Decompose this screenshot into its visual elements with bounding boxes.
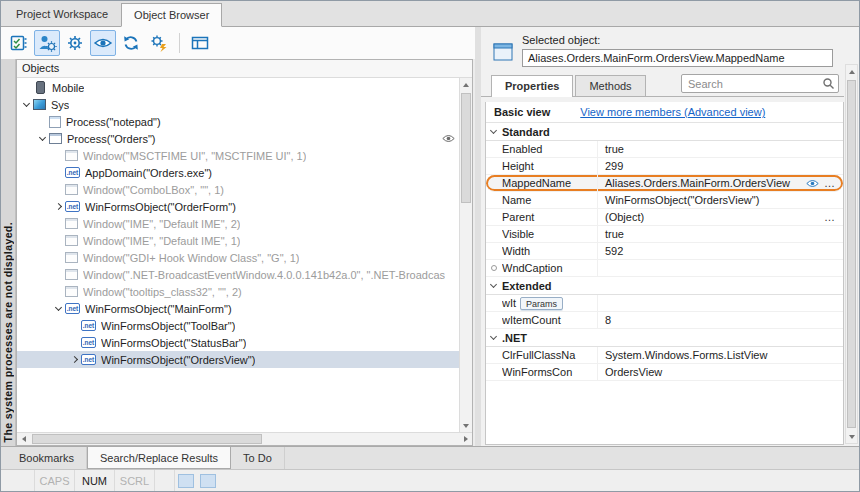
properties-scrollbar[interactable] bbox=[845, 64, 858, 444]
tree-expander[interactable] bbox=[51, 204, 65, 209]
property-value[interactable]: OrdersView bbox=[598, 366, 843, 378]
tree-expander[interactable] bbox=[19, 103, 33, 106]
property-row[interactable]: Visibletrue bbox=[486, 226, 843, 243]
gear-button[interactable] bbox=[62, 30, 88, 56]
scroll-up-arrow[interactable] bbox=[846, 65, 857, 78]
scroll-thumb[interactable] bbox=[32, 434, 262, 444]
scroll-down-arrow[interactable] bbox=[460, 419, 472, 432]
property-value[interactable]: WinFormsObject("OrdersView") bbox=[598, 194, 843, 206]
scroll-thumb[interactable] bbox=[847, 80, 856, 428]
selected-object-icon bbox=[493, 43, 513, 67]
status-cell bbox=[1, 470, 35, 491]
show-objects-button[interactable] bbox=[90, 30, 116, 56]
property-value[interactable]: true bbox=[598, 143, 843, 155]
tree-item[interactable]: Window("IME", "Default IME", 1) bbox=[17, 232, 459, 249]
property-value[interactable]: Aliases.Orders.MainForm.OrdersView bbox=[598, 177, 806, 189]
tree-item-label: WinFormsObject("OrderForm") bbox=[85, 201, 236, 213]
tab-project-workspace[interactable]: Project Workspace bbox=[3, 2, 121, 26]
tree-expander[interactable] bbox=[51, 307, 65, 310]
property-row[interactable]: MappedNameAliases.Orders.MainForm.Orders… bbox=[486, 175, 843, 192]
property-row[interactable]: Enabledtrue bbox=[486, 141, 843, 158]
property-row[interactable]: wItParams bbox=[486, 295, 843, 312]
section-header[interactable]: Extended bbox=[486, 277, 843, 295]
panels-button[interactable] bbox=[187, 30, 213, 56]
scroll-down-arrow[interactable] bbox=[846, 430, 857, 443]
tree-item[interactable]: Window("GDI+ Hook Window Class", "G", 1) bbox=[17, 249, 459, 266]
property-value[interactable]: 299 bbox=[598, 160, 843, 172]
property-row[interactable]: WndCaption bbox=[486, 260, 843, 277]
chevron-down-icon bbox=[490, 281, 497, 288]
property-value[interactable]: 8 bbox=[598, 314, 843, 326]
refresh-button[interactable] bbox=[118, 30, 144, 56]
section-name: .NET bbox=[502, 332, 527, 344]
tree-item[interactable]: Window("tooltips_class32", "", 2) bbox=[17, 283, 459, 300]
property-value[interactable]: true bbox=[598, 228, 843, 240]
tree-item[interactable]: Process("notepad") bbox=[17, 113, 459, 130]
eye-icon[interactable] bbox=[442, 134, 455, 143]
gear-run-button[interactable] bbox=[146, 30, 172, 56]
tree-item-label: Window("tooltips_class32", "", 2) bbox=[83, 286, 242, 298]
bottom-tab-to-do[interactable]: To Do bbox=[231, 447, 285, 469]
bottom-tab-search-replace-results[interactable]: Search/Replace Results bbox=[87, 447, 231, 469]
tree-expander[interactable] bbox=[35, 137, 49, 140]
property-row[interactable]: Width592 bbox=[486, 243, 843, 260]
property-row[interactable]: wItemCount8 bbox=[486, 312, 843, 329]
tree-item[interactable]: .netWinFormsObject("OrdersView") bbox=[17, 351, 459, 368]
property-row[interactable]: WinFormsConOrdersView bbox=[486, 364, 843, 381]
tree-expander[interactable] bbox=[67, 357, 81, 362]
user-gear-icon bbox=[37, 33, 57, 53]
tree-item[interactable]: Window(".NET-BroadcastEventWindow.4.0.0.… bbox=[17, 266, 459, 283]
property-value[interactable]: System.Windows.Forms.ListView bbox=[598, 349, 843, 361]
selected-object-value[interactable]: Aliases.Orders.MainForm.OrdersView.Mappe… bbox=[522, 49, 833, 67]
tree-item[interactable]: .netWinFormsObject("StatusBar") bbox=[17, 334, 459, 351]
window-icon bbox=[65, 235, 78, 246]
tab-methods[interactable]: Methods bbox=[575, 75, 645, 96]
property-row[interactable]: ClrFullClassNaSystem.Windows.Forms.ListV… bbox=[486, 347, 843, 364]
params-button[interactable]: Params bbox=[520, 297, 563, 310]
search-input[interactable] bbox=[681, 74, 839, 93]
property-row[interactable]: Height299 bbox=[486, 158, 843, 175]
tree-item[interactable]: .netAppDomain("Orders.exe") bbox=[17, 164, 459, 181]
eye-icon bbox=[93, 33, 113, 53]
tree-item[interactable]: Window("IME", "Default IME", 2) bbox=[17, 215, 459, 232]
scroll-track[interactable] bbox=[460, 91, 472, 419]
ellipsis-button[interactable]: … bbox=[824, 177, 836, 189]
scroll-left-arrow[interactable] bbox=[17, 433, 30, 445]
advanced-view-link[interactable]: View more members (Advanced view) bbox=[580, 106, 765, 118]
chevron-right-icon bbox=[70, 356, 77, 363]
tree-vertical-scrollbar[interactable] bbox=[459, 78, 472, 432]
tree-item[interactable]: Window("MSCTFIME UI", "MSCTFIME UI", 1) bbox=[17, 147, 459, 164]
window-icon bbox=[65, 218, 78, 229]
user-gear-button[interactable] bbox=[34, 30, 60, 56]
tree-item-label: WinFormsObject("OrdersView") bbox=[101, 354, 255, 366]
property-value[interactable]: 592 bbox=[598, 245, 843, 257]
tree-item[interactable]: .netWinFormsObject("MainForm") bbox=[17, 300, 459, 317]
tree-item[interactable]: .netWinFormsObject("OrderForm") bbox=[17, 198, 459, 215]
tab-object-browser[interactable]: Object Browser bbox=[121, 3, 222, 27]
tree-item[interactable]: Mobile bbox=[17, 79, 459, 96]
chevron-down-icon bbox=[490, 333, 497, 340]
section-header[interactable]: Standard bbox=[486, 123, 843, 141]
tree-horizontal-scrollbar[interactable] bbox=[17, 432, 472, 445]
tab-properties[interactable]: Properties bbox=[491, 75, 573, 97]
scroll-right-arrow[interactable] bbox=[459, 433, 472, 445]
property-row[interactable]: Parent(Object)… bbox=[486, 209, 843, 226]
tree-item-label: Window("IME", "Default IME", 1) bbox=[83, 235, 240, 247]
tree-item[interactable]: Process("Orders") bbox=[17, 130, 459, 147]
scroll-up-arrow[interactable] bbox=[460, 78, 472, 91]
tree-item[interactable]: Window("ComboLBox", "", 1) bbox=[17, 181, 459, 198]
tree-item[interactable]: Sys bbox=[17, 96, 459, 113]
property-row[interactable]: NameWinFormsObject("OrdersView") bbox=[486, 192, 843, 209]
tree-item[interactable]: .netWinFormsObject("ToolBar") bbox=[17, 317, 459, 334]
checked-list-button[interactable] bbox=[6, 30, 32, 56]
ellipsis-button[interactable]: … bbox=[824, 211, 836, 223]
property-name: Height bbox=[502, 158, 598, 174]
scroll-track[interactable] bbox=[846, 78, 857, 430]
section-header[interactable]: .NET bbox=[486, 329, 843, 347]
highlight-eye-icon[interactable] bbox=[806, 179, 819, 188]
property-value[interactable]: (Object) bbox=[598, 211, 824, 223]
scroll-track[interactable] bbox=[30, 433, 459, 445]
scroll-thumb[interactable] bbox=[461, 93, 471, 203]
status-chip-icon bbox=[178, 474, 194, 488]
bottom-tab-bookmarks[interactable]: Bookmarks bbox=[7, 447, 87, 469]
